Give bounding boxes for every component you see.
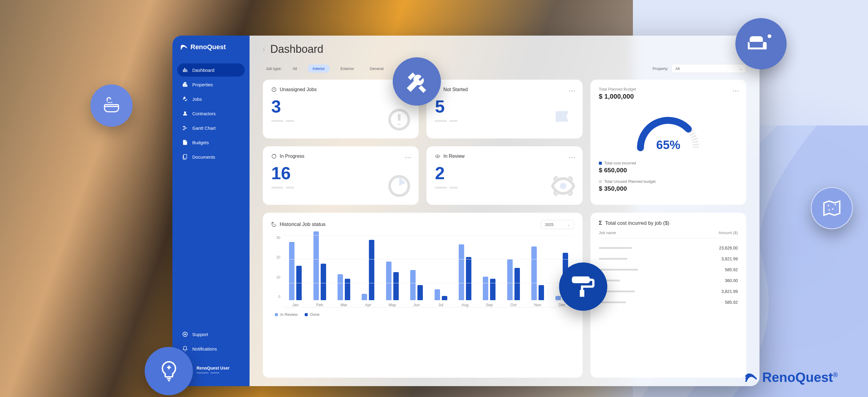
nav-documents[interactable]: Documents bbox=[177, 150, 245, 164]
chevron-right-icon: › bbox=[263, 46, 265, 53]
bar-chart: 3020100 JanFebMarAprMayJunJulAugSepOctNo… bbox=[271, 236, 574, 307]
progress-icon bbox=[271, 153, 277, 159]
nav-gantt[interactable]: Gantt Chart bbox=[177, 121, 245, 135]
nav-jobs[interactable]: Jobs bbox=[177, 92, 245, 106]
filter-exterior[interactable]: Exterior bbox=[336, 64, 359, 73]
alert-circle-icon bbox=[386, 107, 412, 134]
decor-paint-roller-icon bbox=[559, 262, 607, 311]
decor-tools-icon bbox=[393, 57, 441, 106]
progress-bg-icon bbox=[386, 173, 412, 200]
nav-budgets[interactable]: Budgets bbox=[177, 136, 245, 149]
filter-general[interactable]: General bbox=[365, 64, 388, 73]
user-name: RenoQuest User bbox=[196, 366, 230, 370]
card-budget: ⋯ Total Planned Budget $ 1,000,000 65% T… bbox=[590, 80, 746, 205]
nav-support[interactable]: Support bbox=[177, 328, 245, 341]
app-window: RenoQuest Dashboard Properties Jobs Cont… bbox=[173, 36, 760, 386]
card-menu-button[interactable]: ⋯ bbox=[569, 87, 576, 95]
nav-primary: Dashboard Properties Jobs Contractors Ga… bbox=[177, 63, 245, 164]
nav-contractors[interactable]: Contractors bbox=[177, 107, 245, 120]
eye-icon bbox=[435, 153, 440, 159]
filter-all[interactable]: All bbox=[288, 64, 302, 73]
table-row: 3,821.99 bbox=[599, 286, 738, 297]
footer-brand-logo: RenoQuest® bbox=[744, 370, 838, 385]
svg-point-7 bbox=[560, 183, 566, 189]
budget-gauge: 65% bbox=[599, 113, 738, 152]
flag-bg-icon bbox=[550, 107, 576, 134]
decor-bath-icon bbox=[90, 84, 133, 127]
card-cost-by-job: ΣTotal cost incurred by job ($) Job name… bbox=[590, 213, 746, 378]
nav-dashboard[interactable]: Dashboard bbox=[177, 63, 245, 77]
table-row: 3,821.99 bbox=[599, 253, 738, 264]
decor-sparkle-icon bbox=[811, 187, 853, 229]
filter-interior[interactable]: Interior bbox=[308, 64, 330, 73]
decor-sofa-icon bbox=[735, 18, 786, 69]
card-historical-chart: Historical Job status 2025⌄ 3020100 JanF… bbox=[263, 213, 583, 378]
table-row: 585.92 bbox=[599, 264, 738, 275]
table-row: 585.92 bbox=[599, 297, 738, 308]
nav-properties[interactable]: Properties bbox=[177, 78, 245, 91]
decor-bulb-icon bbox=[145, 347, 193, 395]
table-row: 360.00 bbox=[599, 275, 738, 286]
card-in-progress: In Progress ⋯ 16 bbox=[263, 146, 418, 205]
year-select[interactable]: 2025⌄ bbox=[541, 220, 574, 229]
brand-logo[interactable]: RenoQuest bbox=[177, 43, 245, 51]
table-row: 23,626.00 bbox=[599, 243, 738, 253]
card-menu-button[interactable]: ⋯ bbox=[569, 153, 576, 161]
chevron-down-icon: ⌄ bbox=[739, 66, 742, 71]
eye-bg-icon bbox=[550, 173, 576, 200]
card-not-started: Not Started ⋯ 5 bbox=[427, 80, 582, 139]
sidebar: RenoQuest Dashboard Properties Jobs Cont… bbox=[173, 36, 250, 386]
brand-mark-icon bbox=[180, 43, 188, 51]
svg-point-1 bbox=[184, 334, 186, 335]
main-content: › Dashboard Job type: All Interior Exter… bbox=[250, 36, 760, 386]
history-icon bbox=[271, 222, 277, 227]
breadcrumb: › Dashboard bbox=[263, 43, 746, 56]
page-title: Dashboard bbox=[270, 43, 323, 56]
svg-point-6 bbox=[437, 155, 438, 157]
brand-name: RenoQuest bbox=[190, 43, 226, 51]
card-menu-button[interactable]: ⋯ bbox=[733, 87, 740, 95]
filter-bar: Job type: All Interior Exterior General … bbox=[263, 64, 746, 73]
card-in-review: In Review ⋯ 2 bbox=[427, 146, 582, 205]
chevron-down-icon: ⌄ bbox=[567, 222, 570, 227]
clock-icon bbox=[271, 87, 277, 92]
property-select[interactable]: All ⌄ bbox=[672, 64, 746, 73]
card-menu-button[interactable]: ⋯ bbox=[405, 153, 412, 161]
nav-notifications[interactable]: Notifications bbox=[177, 342, 245, 356]
